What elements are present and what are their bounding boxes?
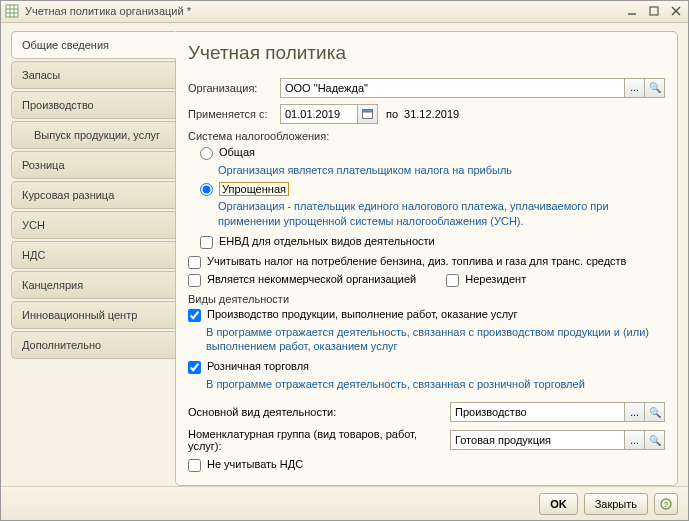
fuel-tax-checkbox[interactable] [188, 256, 201, 269]
help-icon: ? [660, 498, 672, 510]
tab-exchange-diff[interactable]: Курсовая разница [11, 181, 176, 209]
maximize-button[interactable] [646, 4, 662, 18]
tab-label: НДС [22, 249, 45, 261]
titlebar: Учетная политика организаций * [1, 1, 688, 23]
date-from-input[interactable] [280, 104, 358, 124]
to-label: по [386, 108, 398, 120]
tab-label: Курсовая разница [22, 189, 114, 201]
tab-label: УСН [22, 219, 45, 231]
tab-general-info[interactable]: Общие сведения [11, 31, 176, 59]
tab-label: Производство [22, 99, 94, 111]
main-activity-input[interactable] [450, 402, 625, 422]
no-vat-checkbox[interactable] [188, 459, 201, 472]
noncommercial-checkbox[interactable] [188, 274, 201, 287]
tab-additional[interactable]: Дополнительно [11, 331, 176, 359]
tax-general-hint: Организация является плательщиком налога… [218, 163, 665, 178]
tab-label: Канцелярия [22, 279, 83, 291]
noncommercial-label: Является некоммерческой организацией [207, 273, 416, 285]
tab-label: Инновационный центр [22, 309, 137, 321]
close-label: Закрыть [595, 498, 637, 510]
ok-button[interactable]: OK [539, 493, 578, 515]
minimize-button[interactable] [624, 4, 640, 18]
footer: OK Закрыть ? [1, 486, 688, 520]
nonresident-label: Нерезидент [465, 273, 526, 285]
svg-rect-6 [650, 7, 658, 15]
envd-checkbox[interactable] [200, 236, 213, 249]
tab-innovation[interactable]: Инновационный центр [11, 301, 176, 329]
tab-office[interactable]: Канцелярия [11, 271, 176, 299]
no-vat-label: Не учитывать НДС [207, 458, 303, 470]
tab-label: Общие сведения [22, 39, 109, 51]
window-title: Учетная политика организаций * [25, 5, 624, 17]
tab-label: Выпуск продукции, услуг [34, 129, 160, 141]
main-activity-search-button[interactable]: 🔍 [645, 402, 665, 422]
tab-label: Дополнительно [22, 339, 101, 351]
tax-general-label: Общая [219, 146, 255, 158]
tab-nds[interactable]: НДС [11, 241, 176, 269]
applies-from-label: Применяется с: [188, 108, 280, 120]
calendar-icon [362, 108, 373, 119]
search-icon: 🔍 [649, 435, 661, 446]
org-ellipsis-button[interactable]: ... [625, 78, 645, 98]
tax-simplified-radio[interactable] [200, 183, 213, 196]
org-input[interactable] [280, 78, 625, 98]
nom-group-input[interactable] [450, 430, 625, 450]
prod-activity-checkbox[interactable] [188, 309, 201, 322]
close-dialog-button[interactable]: Закрыть [584, 493, 648, 515]
tab-production[interactable]: Производство [11, 91, 176, 119]
retail-activity-checkbox[interactable] [188, 361, 201, 374]
org-search-button[interactable]: 🔍 [645, 78, 665, 98]
tab-label: Розница [22, 159, 65, 171]
main-panel: Учетная политика Организация: ... 🔍 Прим… [175, 31, 678, 486]
nom-group-search-button[interactable]: 🔍 [645, 430, 665, 450]
main-activity-ellipsis-button[interactable]: ... [625, 402, 645, 422]
retail-activity-label: Розничная торговля [207, 360, 309, 372]
tab-usn[interactable]: УСН [11, 211, 176, 239]
app-icon [5, 4, 19, 18]
tax-general-radio[interactable] [200, 147, 213, 160]
prod-activity-hint: В программе отражается деятельность, свя… [206, 325, 665, 355]
sidebar: Общие сведения Запасы Производство Выпус… [11, 31, 176, 486]
nonresident-checkbox[interactable] [446, 274, 459, 287]
main-activity-label: Основной вид деятельности: [188, 406, 450, 418]
tab-label: Запасы [22, 69, 60, 81]
activity-types-label: Виды деятельности [188, 293, 665, 305]
search-icon: 🔍 [649, 82, 661, 93]
fuel-tax-label: Учитывать налог на потребление бензина, … [207, 255, 626, 267]
retail-activity-hint: В программе отражается деятельность, свя… [206, 377, 665, 392]
tax-system-label: Система налогообложения: [188, 130, 665, 142]
org-label: Организация: [188, 82, 280, 94]
tax-simplified-hint: Организация - плательщик единого налогов… [218, 199, 665, 229]
help-button[interactable]: ? [654, 493, 678, 515]
nom-group-ellipsis-button[interactable]: ... [625, 430, 645, 450]
search-icon: 🔍 [649, 407, 661, 418]
nom-group-label: Номенклатурная группа (вид товаров, рабо… [188, 428, 450, 452]
svg-text:?: ? [664, 500, 669, 509]
calendar-button[interactable] [358, 104, 378, 124]
prod-activity-label: Производство продукции, выполнение работ… [207, 308, 518, 320]
tab-retail[interactable]: Розница [11, 151, 176, 179]
tab-stocks[interactable]: Запасы [11, 61, 176, 89]
tab-output[interactable]: Выпуск продукции, услуг [11, 121, 176, 149]
tax-simplified-label: Упрощенная [219, 182, 289, 196]
ok-label: OK [550, 498, 567, 510]
svg-rect-10 [363, 110, 373, 113]
svg-rect-0 [6, 5, 18, 17]
close-button[interactable] [668, 4, 684, 18]
page-heading: Учетная политика [188, 42, 665, 64]
envd-label: ЕНВД для отдельных видов деятельности [219, 235, 435, 247]
date-to-value: 31.12.2019 [404, 108, 459, 120]
